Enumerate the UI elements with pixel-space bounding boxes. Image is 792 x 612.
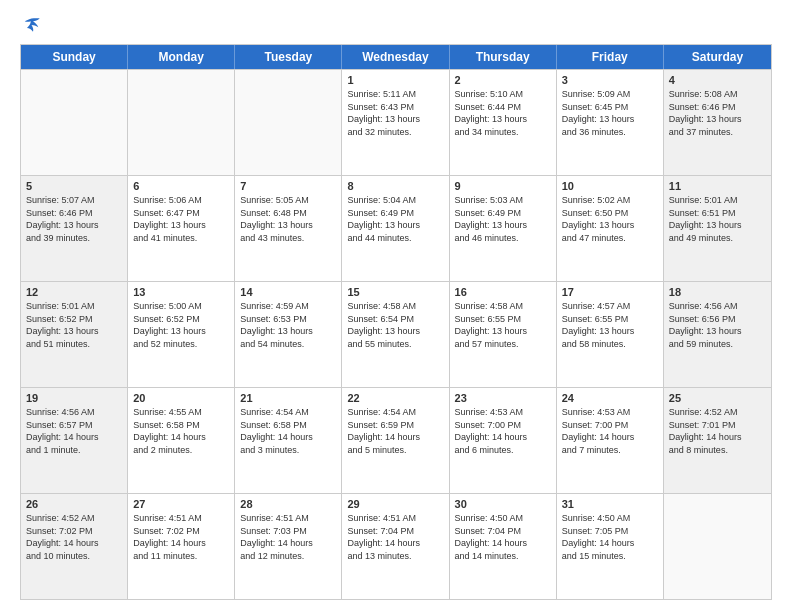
day-info: Sunrise: 4:52 AM Sunset: 7:01 PM Dayligh… <box>669 406 766 456</box>
day-cell-20: 20Sunrise: 4:55 AM Sunset: 6:58 PM Dayli… <box>128 388 235 493</box>
day-info: Sunrise: 4:59 AM Sunset: 6:53 PM Dayligh… <box>240 300 336 350</box>
day-info: Sunrise: 4:56 AM Sunset: 6:57 PM Dayligh… <box>26 406 122 456</box>
day-info: Sunrise: 5:01 AM Sunset: 6:52 PM Dayligh… <box>26 300 122 350</box>
day-number: 29 <box>347 498 443 510</box>
day-cell-30: 30Sunrise: 4:50 AM Sunset: 7:04 PM Dayli… <box>450 494 557 599</box>
day-info: Sunrise: 5:05 AM Sunset: 6:48 PM Dayligh… <box>240 194 336 244</box>
day-cell-27: 27Sunrise: 4:51 AM Sunset: 7:02 PM Dayli… <box>128 494 235 599</box>
day-number: 21 <box>240 392 336 404</box>
day-cell-19: 19Sunrise: 4:56 AM Sunset: 6:57 PM Dayli… <box>21 388 128 493</box>
page: SundayMondayTuesdayWednesdayThursdayFrid… <box>0 0 792 612</box>
day-info: Sunrise: 5:10 AM Sunset: 6:44 PM Dayligh… <box>455 88 551 138</box>
day-info: Sunrise: 5:01 AM Sunset: 6:51 PM Dayligh… <box>669 194 766 244</box>
day-info: Sunrise: 5:06 AM Sunset: 6:47 PM Dayligh… <box>133 194 229 244</box>
day-number: 13 <box>133 286 229 298</box>
day-number: 16 <box>455 286 551 298</box>
calendar: SundayMondayTuesdayWednesdayThursdayFrid… <box>20 44 772 600</box>
day-number: 26 <box>26 498 122 510</box>
empty-cell-r0c0 <box>21 70 128 175</box>
day-info: Sunrise: 5:02 AM Sunset: 6:50 PM Dayligh… <box>562 194 658 244</box>
day-cell-29: 29Sunrise: 4:51 AM Sunset: 7:04 PM Dayli… <box>342 494 449 599</box>
day-cell-10: 10Sunrise: 5:02 AM Sunset: 6:50 PM Dayli… <box>557 176 664 281</box>
day-number: 1 <box>347 74 443 86</box>
header-day-thursday: Thursday <box>450 45 557 69</box>
day-info: Sunrise: 5:09 AM Sunset: 6:45 PM Dayligh… <box>562 88 658 138</box>
day-info: Sunrise: 4:50 AM Sunset: 7:05 PM Dayligh… <box>562 512 658 562</box>
day-cell-17: 17Sunrise: 4:57 AM Sunset: 6:55 PM Dayli… <box>557 282 664 387</box>
empty-cell-r0c1 <box>128 70 235 175</box>
day-number: 25 <box>669 392 766 404</box>
day-number: 27 <box>133 498 229 510</box>
day-number: 19 <box>26 392 122 404</box>
day-cell-22: 22Sunrise: 4:54 AM Sunset: 6:59 PM Dayli… <box>342 388 449 493</box>
day-cell-24: 24Sunrise: 4:53 AM Sunset: 7:00 PM Dayli… <box>557 388 664 493</box>
day-number: 20 <box>133 392 229 404</box>
day-cell-11: 11Sunrise: 5:01 AM Sunset: 6:51 PM Dayli… <box>664 176 771 281</box>
day-info: Sunrise: 4:54 AM Sunset: 6:58 PM Dayligh… <box>240 406 336 456</box>
day-cell-5: 5Sunrise: 5:07 AM Sunset: 6:46 PM Daylig… <box>21 176 128 281</box>
day-cell-8: 8Sunrise: 5:04 AM Sunset: 6:49 PM Daylig… <box>342 176 449 281</box>
day-number: 22 <box>347 392 443 404</box>
header-day-saturday: Saturday <box>664 45 771 69</box>
header-day-sunday: Sunday <box>21 45 128 69</box>
header-day-wednesday: Wednesday <box>342 45 449 69</box>
header-day-tuesday: Tuesday <box>235 45 342 69</box>
day-number: 14 <box>240 286 336 298</box>
day-info: Sunrise: 4:51 AM Sunset: 7:02 PM Dayligh… <box>133 512 229 562</box>
day-number: 31 <box>562 498 658 510</box>
day-number: 8 <box>347 180 443 192</box>
header-day-monday: Monday <box>128 45 235 69</box>
day-cell-18: 18Sunrise: 4:56 AM Sunset: 6:56 PM Dayli… <box>664 282 771 387</box>
day-info: Sunrise: 4:51 AM Sunset: 7:04 PM Dayligh… <box>347 512 443 562</box>
day-number: 10 <box>562 180 658 192</box>
day-cell-1: 1Sunrise: 5:11 AM Sunset: 6:43 PM Daylig… <box>342 70 449 175</box>
calendar-body: 1Sunrise: 5:11 AM Sunset: 6:43 PM Daylig… <box>21 69 771 599</box>
day-info: Sunrise: 4:52 AM Sunset: 7:02 PM Dayligh… <box>26 512 122 562</box>
day-cell-31: 31Sunrise: 4:50 AM Sunset: 7:05 PM Dayli… <box>557 494 664 599</box>
day-cell-12: 12Sunrise: 5:01 AM Sunset: 6:52 PM Dayli… <box>21 282 128 387</box>
day-cell-4: 4Sunrise: 5:08 AM Sunset: 6:46 PM Daylig… <box>664 70 771 175</box>
day-cell-21: 21Sunrise: 4:54 AM Sunset: 6:58 PM Dayli… <box>235 388 342 493</box>
day-cell-13: 13Sunrise: 5:00 AM Sunset: 6:52 PM Dayli… <box>128 282 235 387</box>
day-cell-14: 14Sunrise: 4:59 AM Sunset: 6:53 PM Dayli… <box>235 282 342 387</box>
day-cell-26: 26Sunrise: 4:52 AM Sunset: 7:02 PM Dayli… <box>21 494 128 599</box>
day-info: Sunrise: 5:08 AM Sunset: 6:46 PM Dayligh… <box>669 88 766 138</box>
logo-bird-icon <box>24 16 42 34</box>
day-cell-28: 28Sunrise: 4:51 AM Sunset: 7:03 PM Dayli… <box>235 494 342 599</box>
day-cell-23: 23Sunrise: 4:53 AM Sunset: 7:00 PM Dayli… <box>450 388 557 493</box>
day-number: 30 <box>455 498 551 510</box>
day-number: 7 <box>240 180 336 192</box>
day-info: Sunrise: 4:54 AM Sunset: 6:59 PM Dayligh… <box>347 406 443 456</box>
day-cell-3: 3Sunrise: 5:09 AM Sunset: 6:45 PM Daylig… <box>557 70 664 175</box>
header <box>20 16 772 34</box>
calendar-row-1: 1Sunrise: 5:11 AM Sunset: 6:43 PM Daylig… <box>21 69 771 175</box>
day-cell-15: 15Sunrise: 4:58 AM Sunset: 6:54 PM Dayli… <box>342 282 449 387</box>
day-info: Sunrise: 5:00 AM Sunset: 6:52 PM Dayligh… <box>133 300 229 350</box>
calendar-row-5: 26Sunrise: 4:52 AM Sunset: 7:02 PM Dayli… <box>21 493 771 599</box>
day-cell-9: 9Sunrise: 5:03 AM Sunset: 6:49 PM Daylig… <box>450 176 557 281</box>
day-info: Sunrise: 4:53 AM Sunset: 7:00 PM Dayligh… <box>562 406 658 456</box>
day-number: 9 <box>455 180 551 192</box>
calendar-row-4: 19Sunrise: 4:56 AM Sunset: 6:57 PM Dayli… <box>21 387 771 493</box>
day-info: Sunrise: 5:03 AM Sunset: 6:49 PM Dayligh… <box>455 194 551 244</box>
day-info: Sunrise: 4:58 AM Sunset: 6:54 PM Dayligh… <box>347 300 443 350</box>
day-info: Sunrise: 5:04 AM Sunset: 6:49 PM Dayligh… <box>347 194 443 244</box>
header-day-friday: Friday <box>557 45 664 69</box>
day-number: 15 <box>347 286 443 298</box>
day-cell-16: 16Sunrise: 4:58 AM Sunset: 6:55 PM Dayli… <box>450 282 557 387</box>
day-info: Sunrise: 4:55 AM Sunset: 6:58 PM Dayligh… <box>133 406 229 456</box>
day-number: 11 <box>669 180 766 192</box>
day-number: 3 <box>562 74 658 86</box>
day-info: Sunrise: 4:58 AM Sunset: 6:55 PM Dayligh… <box>455 300 551 350</box>
day-number: 17 <box>562 286 658 298</box>
day-number: 2 <box>455 74 551 86</box>
empty-cell-r4c6 <box>664 494 771 599</box>
day-number: 12 <box>26 286 122 298</box>
calendar-header: SundayMondayTuesdayWednesdayThursdayFrid… <box>21 45 771 69</box>
day-number: 18 <box>669 286 766 298</box>
day-info: Sunrise: 4:50 AM Sunset: 7:04 PM Dayligh… <box>455 512 551 562</box>
day-cell-2: 2Sunrise: 5:10 AM Sunset: 6:44 PM Daylig… <box>450 70 557 175</box>
day-cell-7: 7Sunrise: 5:05 AM Sunset: 6:48 PM Daylig… <box>235 176 342 281</box>
day-number: 28 <box>240 498 336 510</box>
day-info: Sunrise: 4:56 AM Sunset: 6:56 PM Dayligh… <box>669 300 766 350</box>
